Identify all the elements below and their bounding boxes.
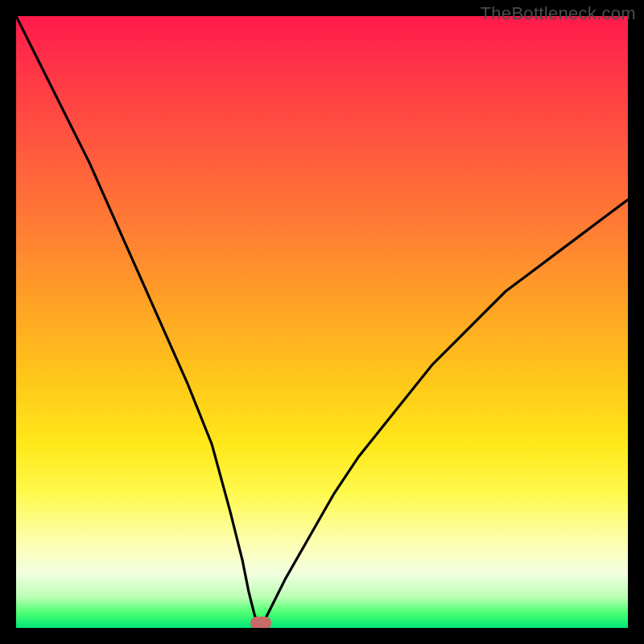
chart-frame — [16, 16, 628, 628]
watermark-text: TheBottleneck.com — [481, 3, 636, 24]
chart-gradient-background — [16, 16, 628, 628]
bottleneck-marker — [250, 617, 271, 628]
